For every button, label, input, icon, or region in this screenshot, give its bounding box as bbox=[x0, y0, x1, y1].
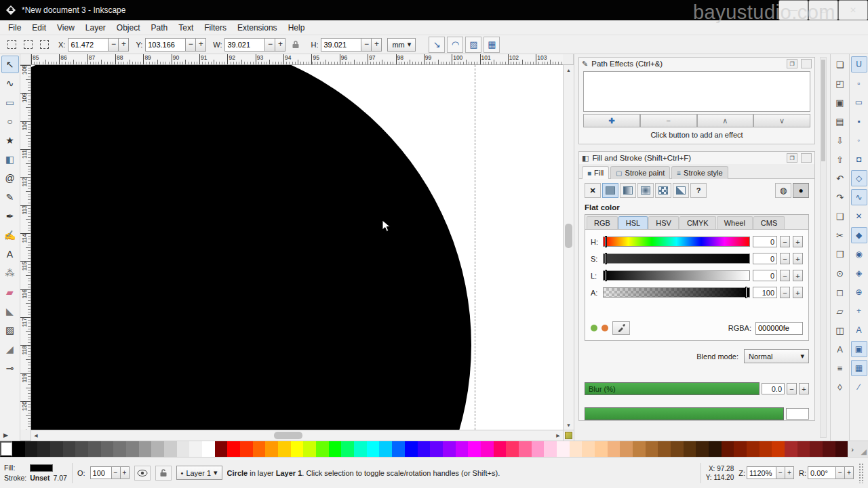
paint-pattern-button[interactable] bbox=[655, 183, 671, 198]
palette-swatch[interactable] bbox=[570, 441, 583, 457]
dock-scroll-thumb[interactable] bbox=[821, 60, 825, 161]
pick-color-button[interactable] bbox=[612, 321, 630, 335]
opacity-slider[interactable] bbox=[585, 407, 784, 420]
slider-decrement-button[interactable]: − bbox=[780, 287, 790, 298]
slider-track[interactable] bbox=[603, 253, 750, 264]
height-input[interactable] bbox=[321, 38, 361, 52]
menu-item[interactable]: Text bbox=[173, 22, 199, 34]
cut-button[interactable]: ✂ bbox=[832, 227, 848, 243]
move-effect-down-button[interactable]: ∨ bbox=[753, 114, 810, 127]
rectangle-tool[interactable]: ▭ bbox=[1, 94, 19, 111]
slider-handle[interactable] bbox=[605, 253, 607, 264]
connector-tool[interactable]: ⊸ bbox=[1, 359, 19, 377]
palette-swatch[interactable] bbox=[709, 441, 722, 457]
panel-close-button[interactable] bbox=[801, 59, 812, 68]
slider-track[interactable] bbox=[603, 270, 750, 281]
paint-radial-gradient-button[interactable] bbox=[637, 183, 654, 198]
palette-swatch[interactable] bbox=[101, 441, 114, 457]
copy-button[interactable]: ❑ bbox=[832, 208, 848, 224]
horizontal-scrollbar[interactable]: ◀ ▶ bbox=[31, 430, 563, 441]
palette-swatch[interactable] bbox=[139, 441, 152, 457]
selector-tool[interactable]: ↖ bbox=[1, 56, 19, 73]
palette-swatch[interactable] bbox=[341, 441, 354, 457]
panel-float-button[interactable]: ❐ bbox=[787, 153, 797, 163]
panel-float-button[interactable]: ❐ bbox=[787, 59, 797, 68]
palette-swatch[interactable] bbox=[265, 441, 278, 457]
no-color-swatch[interactable] bbox=[0, 441, 12, 457]
palette-swatch[interactable] bbox=[227, 441, 240, 457]
tab-stroke-paint[interactable]: ▢ Stroke paint bbox=[610, 166, 670, 179]
zoom-page-button[interactable]: ◻ bbox=[832, 284, 848, 300]
zoom-increment-button[interactable]: + bbox=[785, 466, 794, 479]
palette-swatch[interactable] bbox=[747, 441, 760, 457]
slider-value[interactable]: 0 bbox=[753, 236, 777, 247]
ellipse-tool[interactable]: ○ bbox=[1, 113, 19, 130]
tab-stroke-style[interactable]: ≡ Stroke style bbox=[671, 166, 728, 179]
snap-path-intersections-toggle[interactable]: ✕ bbox=[851, 208, 867, 224]
palette-swatch[interactable] bbox=[367, 441, 380, 457]
palette-swatch[interactable] bbox=[760, 441, 772, 457]
blur-decrement-button[interactable]: − bbox=[787, 383, 797, 394]
layers-dialog-button[interactable]: ≡ bbox=[832, 360, 848, 376]
remove-effect-button[interactable]: − bbox=[640, 114, 697, 127]
pencil-tool[interactable]: ✎ bbox=[1, 188, 19, 206]
palette-swatch[interactable] bbox=[88, 441, 101, 457]
palette-swatch[interactable] bbox=[608, 441, 620, 457]
undo-button[interactable]: ↶ bbox=[832, 170, 848, 186]
palette-swatch[interactable] bbox=[722, 441, 734, 457]
palette-swatch[interactable] bbox=[303, 441, 316, 457]
print-button[interactable]: ▤ bbox=[832, 113, 848, 129]
snap-object-centers-toggle[interactable]: ⊕ bbox=[851, 284, 867, 300]
palette-swatch[interactable] bbox=[823, 441, 835, 457]
new-document-button[interactable]: ❏ bbox=[832, 56, 848, 73]
spiral-tool[interactable]: @ bbox=[1, 169, 19, 187]
drawn-circle-shape[interactable] bbox=[31, 65, 471, 430]
text-tool[interactable]: A bbox=[1, 245, 19, 263]
duplicate-button[interactable]: ▱ bbox=[832, 303, 848, 319]
vertical-scroll-thumb[interactable] bbox=[565, 224, 572, 248]
import-button[interactable]: ⇩ bbox=[832, 132, 848, 148]
color-tab-hsv[interactable]: HSV bbox=[648, 216, 679, 229]
cms-adjust-toggle[interactable] bbox=[563, 430, 574, 441]
horizontal-scroll-thumb[interactable] bbox=[274, 432, 302, 439]
menu-item[interactable]: Object bbox=[111, 22, 146, 34]
slider-increment-button[interactable]: + bbox=[793, 270, 803, 281]
paint-unknown-button[interactable]: ? bbox=[690, 183, 707, 198]
object-opacity-field[interactable]: 100 bbox=[90, 466, 112, 479]
palette-swatch[interactable] bbox=[63, 441, 76, 457]
palette-swatch[interactable] bbox=[532, 441, 545, 457]
paint-linear-gradient-button[interactable] bbox=[620, 183, 636, 198]
create-clone-button[interactable]: ◫ bbox=[832, 322, 848, 338]
scale-corners-toggle[interactable]: ◠ bbox=[447, 37, 463, 53]
save-button[interactable]: ▣ bbox=[832, 94, 848, 110]
scale-stroke-toggle[interactable]: ↘ bbox=[429, 37, 445, 53]
scroll-left-arrow[interactable]: ◀ bbox=[31, 430, 41, 441]
vertical-scrollbar[interactable]: ▲ ▼ bbox=[563, 65, 574, 430]
paste-button[interactable]: ❒ bbox=[832, 246, 848, 262]
gradient-tool[interactable]: ▨ bbox=[1, 321, 19, 339]
slider-increment-button[interactable]: + bbox=[793, 236, 803, 247]
pen-tool[interactable]: ✒ bbox=[1, 207, 19, 225]
rotation-decrement-button[interactable]: − bbox=[836, 466, 845, 479]
statusbar-grip[interactable] bbox=[859, 463, 864, 483]
snap-text-baseline-toggle[interactable]: A bbox=[851, 322, 867, 338]
opacity-increment-button[interactable]: + bbox=[121, 466, 130, 479]
h-increment-button[interactable]: + bbox=[372, 38, 382, 52]
palette-swatch[interactable] bbox=[620, 441, 633, 457]
menu-item[interactable]: Path bbox=[146, 22, 174, 34]
snap-bbox-toggle[interactable]: ▫ bbox=[851, 75, 867, 92]
slider-decrement-button[interactable]: − bbox=[780, 253, 790, 264]
w-increment-button[interactable]: + bbox=[275, 38, 285, 52]
palette-swatch[interactable] bbox=[405, 441, 418, 457]
snap-bbox-edge-midpoints-toggle[interactable]: ◦ bbox=[851, 132, 867, 148]
menu-item[interactable]: Extensions bbox=[232, 22, 283, 34]
palette-swatch[interactable] bbox=[329, 441, 342, 457]
x-decrement-button[interactable]: − bbox=[108, 38, 119, 52]
minimize-button[interactable]: — bbox=[778, 0, 808, 20]
slider-value[interactable]: 100 bbox=[753, 287, 777, 298]
select-all-layers-button[interactable] bbox=[20, 37, 35, 52]
palette-swatch[interactable] bbox=[316, 441, 329, 457]
scroll-down-arrow[interactable]: ▼ bbox=[564, 420, 574, 430]
zoom-drawing-button[interactable]: ⊙ bbox=[832, 265, 848, 281]
width-input[interactable] bbox=[224, 38, 265, 52]
